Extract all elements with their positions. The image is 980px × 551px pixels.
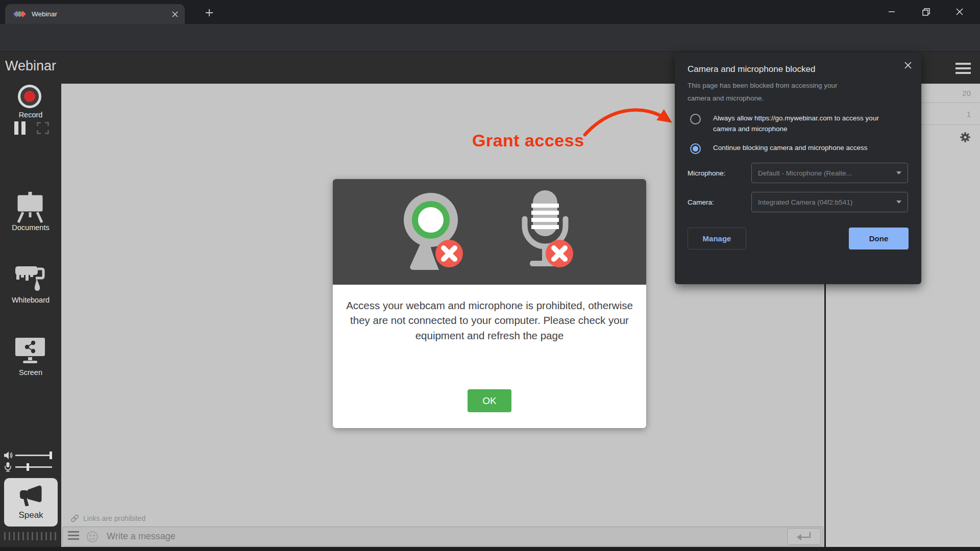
chevron-down-icon (896, 201, 901, 204)
send-enter-button[interactable] (787, 528, 821, 545)
speaker-volume-icon (4, 451, 13, 460)
radio-selected-icon[interactable] (690, 143, 701, 154)
option-label: Always allow https://go.mywebinar.com to… (713, 113, 892, 134)
links-prohibited-note: Links are prohibited (70, 514, 145, 522)
speaker-volume-thumb[interactable] (50, 452, 52, 459)
message-input[interactable] (106, 531, 787, 542)
equipment-modal: Access your webcam and microphone is pro… (333, 179, 646, 428)
enter-arrow-icon (796, 531, 812, 542)
audio-level-meter (4, 532, 57, 540)
tab-strip: Webinar (0, 0, 980, 24)
browser-window: Webinar (0, 0, 980, 551)
documents-label: Documents (0, 223, 61, 232)
tab-title: Webinar (32, 10, 170, 18)
window-bottom-edge (0, 547, 980, 551)
camera-value: Integrated Camera (04f2:b541) (758, 198, 896, 206)
speaker-volume-slider[interactable] (15, 455, 52, 456)
page-title: Webinar (5, 58, 56, 74)
option-always-allow[interactable]: Always allow https://go.mywebinar.com to… (688, 113, 909, 134)
window-restore-button[interactable] (916, 4, 936, 19)
chevron-down-icon (896, 171, 901, 174)
done-button[interactable]: Done (849, 228, 909, 249)
speak-button[interactable]: Speak (4, 478, 58, 527)
modal-message: Access your webcam and microphone is pro… (346, 298, 633, 343)
browser-tab[interactable]: Webinar (5, 4, 185, 24)
screen-share-icon[interactable] (14, 337, 46, 368)
modal-header (333, 179, 646, 285)
screen-label: Screen (0, 368, 61, 377)
webinar-favicon-icon (14, 10, 26, 19)
window-minimize-button[interactable] (881, 4, 902, 19)
record-label: Record (0, 111, 61, 119)
record-button[interactable] (18, 85, 41, 108)
speak-label: Speak (18, 510, 43, 520)
fullscreen-icon[interactable] (37, 122, 49, 134)
megaphone-icon (18, 485, 44, 507)
camera-select[interactable]: Integrated Camera (04f2:b541) (751, 192, 908, 212)
microphone-select[interactable]: Default - Microphone (Realte... (751, 163, 908, 183)
popup-close-icon[interactable] (903, 60, 913, 70)
mic-volume-icon (5, 462, 11, 472)
pause-icon[interactable] (14, 121, 29, 137)
camera-label: Camera: (688, 198, 751, 206)
webcam-blocked-icon (400, 189, 467, 275)
radio-unselected-icon[interactable] (690, 114, 701, 124)
chain-link-icon (70, 514, 79, 522)
documents-icon[interactable] (14, 192, 46, 226)
mic-volume-slider[interactable] (15, 466, 52, 468)
mic-volume-thumb[interactable] (27, 463, 29, 471)
count-badge: 1 (967, 110, 971, 118)
ok-label: OK (482, 395, 496, 407)
chat-menu-icon[interactable] (68, 531, 79, 542)
microphone-label: Microphone: (688, 169, 751, 177)
microphone-blocked-icon (512, 189, 579, 275)
popup-description: This page has been blocked from accessin… (688, 79, 861, 105)
browser-toolbar: go.mywebinar.com /lgjt-zhjc-rxdk-ghtf (0, 24, 980, 52)
chat-input-bar (62, 527, 823, 546)
microphone-value: Default - Microphone (Realte... (758, 169, 896, 177)
manage-button[interactable]: Manage (688, 228, 746, 249)
window-close-button[interactable] (949, 4, 970, 19)
option-label: Continue blocking camera and microphone … (713, 142, 892, 154)
settings-gear-icon[interactable] (960, 132, 971, 143)
camera-row: Camera: Integrated Camera (04f2:b541) (688, 192, 909, 212)
whiteboard-icon[interactable] (14, 264, 46, 296)
page-menu-icon[interactable] (955, 63, 971, 77)
count-badge: 20 (962, 89, 971, 97)
camera-mic-permission-popup: Camera and microphone blocked This page … (675, 53, 921, 284)
popup-title: Camera and microphone blocked (688, 63, 909, 76)
whiteboard-label: Whiteboard (0, 296, 61, 304)
option-continue-blocking[interactable]: Continue blocking camera and microphone … (688, 142, 909, 154)
grant-access-annotation: Grant access (472, 131, 584, 151)
record-dot-icon (24, 91, 35, 102)
links-prohibited-text: Links are prohibited (83, 514, 145, 522)
annotation-arrow (582, 101, 681, 139)
emoji-smiley-icon[interactable] (86, 531, 99, 543)
ok-button[interactable]: OK (468, 389, 511, 412)
new-tab-button[interactable] (203, 7, 215, 19)
tab-close-icon[interactable] (170, 10, 180, 19)
microphone-row: Microphone: Default - Microphone (Realte… (688, 163, 909, 183)
